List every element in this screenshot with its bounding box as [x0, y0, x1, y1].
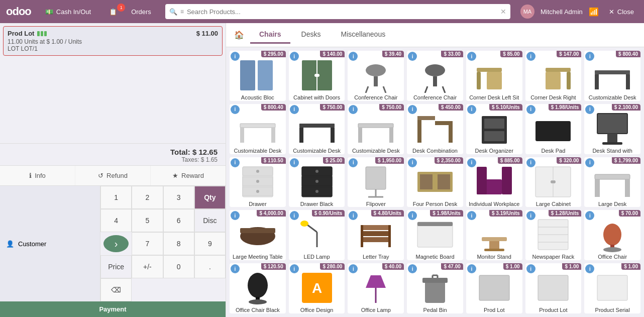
- product-info-button[interactable]: i: [526, 52, 535, 61]
- product-card[interactable]: i $ 25.00 Drawer Black: [289, 157, 345, 207]
- product-info-button[interactable]: i: [231, 158, 240, 167]
- payment-chevron[interactable]: ›: [103, 235, 129, 252]
- product-info-button[interactable]: i: [467, 52, 476, 61]
- product-card[interactable]: i $ 1.00 Product Lot: [525, 263, 582, 313]
- svg-rect-85: [417, 222, 453, 226]
- num-5[interactable]: 5: [132, 209, 163, 232]
- product-info-button[interactable]: i: [290, 158, 299, 167]
- reward-button[interactable]: ★ Reward: [151, 166, 226, 185]
- product-card[interactable]: i $ 1.98/Units Desk Pad: [525, 104, 582, 154]
- svg-rect-108: [479, 275, 509, 300]
- product-info-button[interactable]: i: [526, 158, 535, 167]
- orders-nav[interactable]: 📋 1 Orders: [105, 6, 155, 18]
- svg-rect-73: [625, 179, 630, 197]
- product-card[interactable]: i $ 4,000.00 Large Meeting Table: [230, 210, 286, 260]
- product-card[interactable]: i $ 39.40 Conference Chair (Aluminium): [348, 51, 404, 101]
- product-info-button[interactable]: i: [290, 264, 299, 273]
- product-card[interactable]: i $ 33.00 Conference Chair (Steel): [407, 51, 463, 101]
- svg-point-48: [256, 170, 259, 173]
- payment-button[interactable]: Payment: [0, 301, 226, 317]
- product-image: [530, 111, 576, 146]
- home-button[interactable]: 🏠: [230, 26, 248, 44]
- product-card[interactable]: i $ 295.00 Acoustic Bloc Screens: [230, 51, 286, 101]
- close-button[interactable]: ✕ Close: [605, 6, 638, 18]
- product-name: Drawer: [247, 199, 268, 207]
- product-card[interactable]: i $ 3.19/Units Monitor Stand: [466, 210, 522, 260]
- search-bar[interactable]: 🔍 ≡ ✕: [165, 4, 510, 19]
- product-card[interactable]: i $ 1,799.00 Large Desk: [584, 157, 640, 207]
- num-2[interactable]: 2: [132, 186, 163, 209]
- orders-button[interactable]: 📋 1 Orders: [105, 6, 155, 18]
- product-info-button[interactable]: i: [526, 105, 535, 114]
- product-card[interactable]: i $ 320.00 Large Cabinet: [525, 157, 582, 207]
- product-card[interactable]: i $ 280.00 A Office Design Software: [289, 263, 345, 313]
- num-7[interactable]: 7: [132, 232, 163, 255]
- product-card[interactable]: i $ 800.40 Customizable Desk (Aluminium,…: [584, 51, 640, 101]
- order-item[interactable]: Prod Lot $ 11.00 11.00 Units at $ 1.00 /…: [3, 26, 223, 56]
- product-info-button[interactable]: i: [349, 158, 358, 167]
- num-plusminus[interactable]: +/-: [132, 255, 163, 278]
- product-card[interactable]: i $ 0.90/Units LED Lamp: [289, 210, 345, 260]
- num-1[interactable]: 1: [100, 186, 132, 209]
- product-info-button[interactable]: i: [467, 105, 476, 114]
- product-card[interactable]: i $ 40.00 Office Lamp: [348, 263, 404, 313]
- product-card[interactable]: i $ 1.00 Product Serial: [584, 263, 640, 313]
- num-6[interactable]: 6: [163, 209, 194, 232]
- customer-area[interactable]: 👤 Customer: [0, 186, 100, 301]
- num-3[interactable]: 3: [163, 186, 194, 209]
- num-dot[interactable]: .: [194, 255, 226, 278]
- tab-chairs[interactable]: Chairs: [250, 26, 290, 44]
- backspace-button[interactable]: ⌫: [100, 278, 132, 301]
- num-0[interactable]: 0: [163, 255, 194, 278]
- product-card[interactable]: i $ 750.00 Customizable Desk (Steel, Whi…: [348, 104, 404, 154]
- tab-desks[interactable]: Desks: [292, 26, 330, 44]
- product-card[interactable]: i $ 85.00 Corner Desk Left Sit: [466, 51, 522, 101]
- product-card[interactable]: i $ 47.00 Pedal Bin: [407, 263, 463, 313]
- product-card[interactable]: i $ 110.50 Drawer: [230, 157, 286, 207]
- product-info-button[interactable]: i: [231, 52, 240, 61]
- product-info-button[interactable]: i: [290, 211, 299, 220]
- refund-button[interactable]: ↺ Refund: [75, 166, 151, 185]
- product-price-badge: $ 1,950.00: [375, 157, 404, 164]
- product-info-button[interactable]: i: [585, 105, 594, 114]
- product-card[interactable]: i $ 120.50 Office Chair Black: [230, 263, 286, 313]
- product-card[interactable]: i $ 1.00 Prod Lot: [466, 263, 522, 313]
- qty-button[interactable]: Qty: [194, 186, 226, 209]
- product-info-button[interactable]: i: [526, 211, 535, 220]
- product-card[interactable]: i $ 1.28/Units Newspaper Rack: [525, 210, 582, 260]
- product-price-badge: $ 1.98/Units: [549, 104, 582, 111]
- price-button[interactable]: Price: [100, 255, 132, 278]
- product-info-button[interactable]: i: [526, 264, 535, 273]
- product-card[interactable]: i $ 70.00 Office Chair: [584, 210, 640, 260]
- clear-search-icon[interactable]: ✕: [500, 8, 506, 16]
- num-8[interactable]: 8: [163, 232, 194, 255]
- product-card[interactable]: i $ 140.00 Cabinet with Doors: [289, 51, 345, 101]
- product-card[interactable]: i $ 2,350.00 Four Person Desk: [407, 157, 463, 207]
- product-info-button[interactable]: i: [408, 158, 417, 167]
- product-card[interactable]: i $ 2,100.00 Desk Stand with Screen: [584, 104, 640, 154]
- disc-button[interactable]: Disc: [194, 209, 226, 232]
- product-info-button[interactable]: i: [231, 105, 240, 114]
- product-card[interactable]: i $ 1.98/Units Magnetic Board: [407, 210, 463, 260]
- num-9[interactable]: 9: [194, 232, 226, 255]
- product-card[interactable]: i $ 750.00 Customizable Desk (Steel, Bla…: [289, 104, 345, 154]
- product-info-button[interactable]: i: [585, 158, 594, 167]
- search-input[interactable]: [187, 8, 497, 16]
- cash-in-out-button[interactable]: 💵 Cash In/Out: [41, 6, 95, 18]
- product-info-button[interactable]: i: [408, 105, 417, 114]
- product-card[interactable]: i $ 800.40 Customizable Desk (Aluminium,…: [230, 104, 286, 154]
- left-panel: Prod Lot $ 11.00 11.00 Units at $ 1.00 /…: [0, 23, 226, 317]
- product-info-button[interactable]: i: [467, 158, 476, 167]
- product-card[interactable]: i $ 1,950.00 Flipover: [348, 157, 404, 207]
- product-card[interactable]: i $ 5.10/Units Desk Organizer: [466, 104, 522, 154]
- product-info-button[interactable]: i: [290, 52, 299, 61]
- num-4[interactable]: 4: [100, 209, 132, 232]
- product-card[interactable]: i $ 147.00 Corner Desk Right Sit: [525, 51, 582, 101]
- product-info-button[interactable]: i: [290, 105, 299, 114]
- product-card[interactable]: i $ 4.80/Units Letter Tray: [348, 210, 404, 260]
- product-card[interactable]: i $ 450.00 Desk Combination: [407, 104, 463, 154]
- tab-miscellaneous[interactable]: Miscellaneous: [332, 26, 394, 44]
- info-button[interactable]: ℹ Info: [0, 166, 75, 185]
- product-info-button[interactable]: i: [467, 264, 476, 273]
- product-card[interactable]: i $ 885.00 Individual Workplace: [466, 157, 522, 207]
